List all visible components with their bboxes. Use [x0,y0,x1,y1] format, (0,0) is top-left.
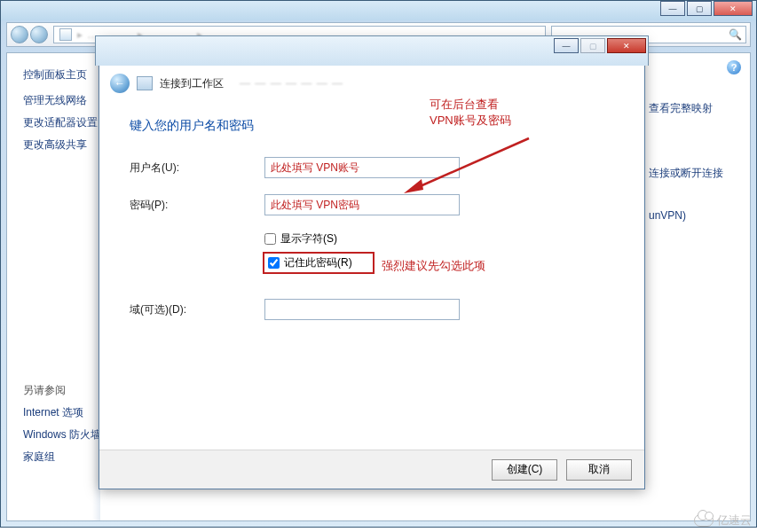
rightlink-connect-disconnect[interactable]: 连接或断开连接 [649,166,750,181]
dialog-minimize-button[interactable]: — [554,38,579,53]
cancel-button[interactable]: 取消 [566,459,632,481]
see-also-windows-firewall[interactable]: Windows 防火墙 [23,427,100,442]
search-icon: 🔍 [729,28,742,41]
rightlink-vpn-entry[interactable]: unVPN) [649,209,750,222]
outer-minimize-button[interactable]: — [660,1,685,16]
create-button[interactable]: 创建(C) [492,459,557,481]
cloud-icon [694,514,714,527]
see-also-internet-options[interactable]: Internet 选项 [23,405,100,420]
label-password: 密码(P): [130,198,264,213]
outer-maximize-button[interactable]: ▢ [687,1,712,16]
label-show-characters: 显示字符(S) [280,231,337,246]
dialog-header: ← 连接到工作区 — — — — — — — [99,66,644,98]
label-domain: 域(可选)(D): [130,302,264,317]
outer-titlebar[interactable]: — ▢ ✕ [1,1,756,20]
explorer-window: — ▢ ✕ ▸ ………… ▸ ………… ▸ ………… 🔍 控制面板主页 管理无线… [0,0,757,528]
connect-workplace-dialog: — ▢ ✕ ← 连接到工作区 — — — — — — — 键入您的用户名和密码 … [99,39,645,489]
see-also-homegroup[interactable]: 家庭组 [23,450,100,465]
annotation-backend-note: 可在后台查看 VPN账号及密码 [430,97,511,128]
rightlink-full-map[interactable]: 查看完整映射 [649,101,750,116]
annotation-remember-note: 强烈建议先勾选此项 [382,258,485,274]
dialog-maximize-button: ▢ [580,38,605,53]
watermark-text: 亿速云 [717,512,752,528]
control-panel-sidebar: 控制面板主页 管理无线网络 更改适配器设置 更改高级共享 另请参阅 Intern… [7,53,100,520]
svg-marker-1 [404,179,423,193]
username-field[interactable] [264,157,460,178]
sidebar-header: 控制面板主页 [23,67,100,82]
help-icon[interactable]: ? [727,60,741,74]
label-username: 用户名(U): [130,160,264,176]
dialog-titlebar[interactable]: — ▢ ✕ [95,35,649,66]
sidebar-item-adapter[interactable]: 更改适配器设置 [23,115,100,130]
dialog-title-extra: — — — — — — — [240,77,343,90]
instruction-text: 键入您的用户名和密码 [130,118,618,134]
domain-field[interactable] [264,299,460,320]
control-panel-rightpane: ? 查看完整映射 连接或断开连接 unVPN) [645,53,750,520]
outer-close-button[interactable]: ✕ [714,1,753,16]
wizard-back-button[interactable]: ← [110,74,130,93]
sidebar-item-advanced-sharing[interactable]: 更改高级共享 [23,137,100,153]
show-characters-checkbox[interactable] [264,233,276,245]
dialog-footer: 创建(C) 取消 [99,450,644,489]
watermark: 亿速云 [694,512,752,528]
remember-password-checkbox[interactable] [268,257,280,269]
dialog-close-button[interactable]: ✕ [607,38,646,53]
see-also-header: 另请参阅 [23,383,100,398]
label-remember-password: 记住此密码(R) [284,255,352,270]
workplace-icon [137,76,153,90]
nav-back-button[interactable] [11,26,28,43]
nav-forward-button[interactable] [30,26,48,43]
password-field[interactable] [264,194,460,215]
sidebar-item-wireless[interactable]: 管理无线网络 [23,93,100,108]
dialog-title: 连接到工作区 [160,76,224,91]
breadcrumb-icon [59,28,72,41]
